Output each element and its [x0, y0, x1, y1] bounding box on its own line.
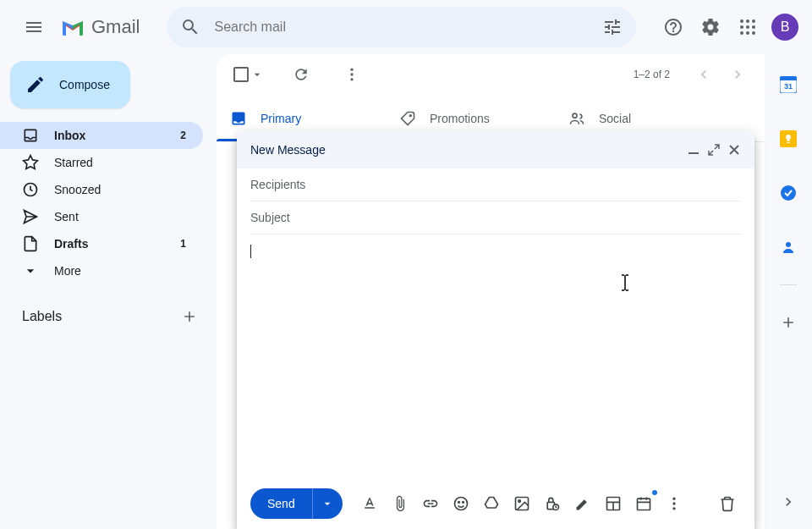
draft-icon: [22, 235, 39, 252]
account-avatar[interactable]: B: [771, 14, 798, 41]
main-menu-button[interactable]: [14, 7, 54, 47]
insert-photo-button[interactable]: [508, 490, 535, 517]
trash-icon: [719, 495, 736, 512]
svg-point-0: [740, 19, 743, 23]
svg-point-26: [462, 502, 464, 504]
send-button-group: Send: [250, 488, 343, 519]
more-vert-icon: [666, 495, 683, 512]
svg-point-22: [786, 242, 791, 247]
labels-section: Labels: [0, 305, 217, 328]
svg-point-4: [746, 25, 749, 29]
svg-point-25: [458, 502, 459, 504]
refresh-button[interactable]: [284, 58, 318, 91]
contacts-app-button[interactable]: [771, 230, 805, 264]
fullscreen-button[interactable]: [704, 140, 724, 160]
message-body[interactable]: [250, 234, 741, 478]
tasks-icon: [780, 185, 797, 201]
notification-dot-icon: [652, 490, 657, 495]
people-icon: [568, 110, 585, 127]
add-label-button[interactable]: [178, 305, 201, 328]
minimize-icon: [688, 144, 700, 156]
compose-title: New Message: [250, 143, 683, 157]
close-button[interactable]: [724, 140, 744, 160]
discard-button[interactable]: [714, 490, 741, 517]
send-icon: [22, 208, 39, 225]
gmail-logo[interactable]: Gmail: [61, 16, 160, 38]
nav-label: Sent: [54, 210, 193, 223]
inbox-tab-icon: [230, 110, 247, 127]
drive-icon: [483, 495, 500, 512]
minimize-button[interactable]: [683, 140, 704, 160]
pagination-info: 1–2 of 2: [634, 69, 670, 80]
dropdown-arrow-icon: [321, 497, 334, 510]
keep-app-button[interactable]: [771, 122, 805, 156]
labels-title: Labels: [22, 309, 62, 324]
insert-signature-button[interactable]: [569, 490, 596, 517]
compose-footer: Send: [237, 478, 754, 529]
layout-button[interactable]: [600, 490, 627, 517]
confidential-mode-button[interactable]: [539, 490, 566, 517]
attach-button[interactable]: [387, 490, 414, 517]
send-button[interactable]: Send: [250, 488, 312, 519]
text-cursor: [250, 245, 251, 258]
text-cursor-pointer: [620, 274, 630, 291]
recipients-input[interactable]: [250, 178, 741, 191]
tab-label: Social: [599, 112, 631, 125]
plus-icon: [181, 308, 198, 325]
search-button[interactable]: [173, 10, 207, 44]
sidebar-item-sent[interactable]: Sent: [0, 203, 203, 230]
send-options-button[interactable]: [312, 488, 343, 519]
subject-input[interactable]: [250, 211, 741, 224]
search-input[interactable]: [207, 19, 595, 35]
sidebar-item-inbox[interactable]: Inbox 2: [0, 122, 203, 149]
insert-link-button[interactable]: [417, 490, 444, 517]
attach-icon: [392, 495, 409, 512]
support-button[interactable]: [656, 10, 690, 44]
emoji-icon: [453, 495, 469, 512]
compose-header[interactable]: New Message: [237, 131, 754, 168]
insert-emoji-button[interactable]: [447, 490, 475, 517]
more-vert-icon: [343, 66, 360, 83]
search-options-button[interactable]: [595, 10, 629, 44]
tasks-app-button[interactable]: [771, 176, 805, 210]
sidebar-item-drafts[interactable]: Drafts 1: [0, 230, 203, 257]
formatting-button[interactable]: [356, 490, 383, 517]
pencil-icon: [25, 74, 46, 95]
settings-button[interactable]: [694, 10, 727, 44]
svg-point-24: [454, 498, 467, 510]
more-options-button[interactable]: [661, 490, 688, 517]
tab-label: Primary: [261, 112, 301, 125]
google-apps-button[interactable]: [731, 10, 765, 44]
svg-point-14: [573, 113, 577, 118]
compose-label: Compose: [59, 78, 110, 91]
pen-icon: [574, 495, 591, 512]
plus-icon: [780, 314, 797, 331]
checkbox-icon: [233, 67, 249, 82]
more-actions-button[interactable]: [335, 58, 369, 91]
hide-side-panel-button[interactable]: [775, 488, 802, 515]
mail-toolbar: 1–2 of 2: [217, 54, 765, 95]
compose-button[interactable]: Compose: [10, 61, 130, 108]
lock-clock-icon: [544, 495, 561, 512]
calendar-app-button[interactable]: 31: [771, 68, 805, 102]
insert-drive-button[interactable]: [478, 490, 505, 517]
sidebar-item-more[interactable]: More: [0, 257, 203, 284]
chevron-right-icon: [780, 493, 797, 510]
search-bar[interactable]: [167, 7, 636, 47]
next-page-button[interactable]: [724, 61, 751, 88]
side-panel: 31: [765, 54, 812, 339]
gmail-logo-icon: [61, 18, 85, 36]
svg-point-34: [672, 502, 675, 504]
select-all-checkbox[interactable]: [230, 63, 267, 85]
prev-page-button[interactable]: [690, 61, 717, 88]
subject-field[interactable]: [250, 201, 741, 234]
get-addons-button[interactable]: [771, 306, 805, 339]
tab-label: Promotions: [430, 112, 490, 125]
header-actions: B: [656, 10, 798, 44]
recipients-field[interactable]: [250, 168, 741, 201]
sidebar-item-snoozed[interactable]: Snoozed: [0, 176, 203, 203]
star-icon: [22, 154, 39, 171]
schedule-button[interactable]: [630, 490, 657, 517]
sidebar-item-starred[interactable]: Starred: [0, 149, 203, 176]
calendar-set-icon: [635, 495, 652, 512]
